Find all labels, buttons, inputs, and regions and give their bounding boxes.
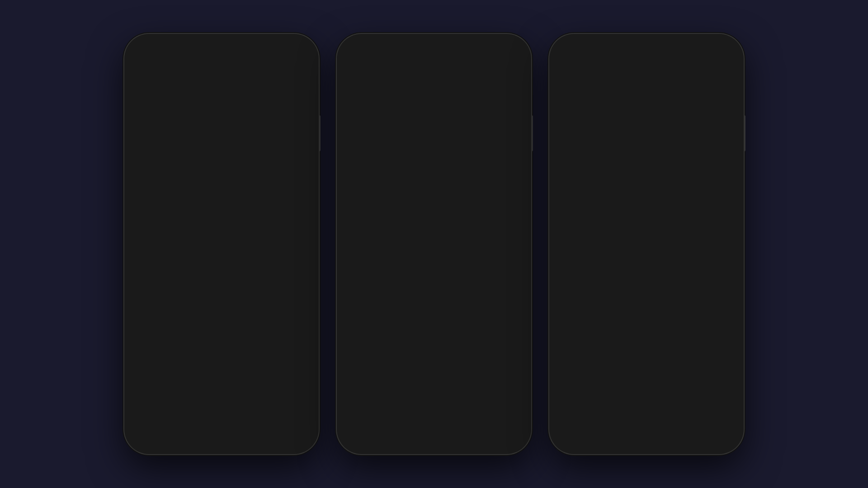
rapport-sub-0: 0. Courbe température <box>581 96 723 103</box>
tl-content-p3: ⏱ 13min 🔑 6min D 2154, Artenay 45410 <box>172 353 308 367</box>
date-start-val: mar., 30 nov. 2021 <box>568 168 620 175</box>
map-location-btn-2[interactable]: ◎ <box>504 106 522 124</box>
stat-dist-val-1: 3.02km <box>234 214 253 221</box>
main-content-1: 0 🚛 Lamberet - 🔑 🕐 16:18 ⏱ 0h <box>129 192 314 450</box>
tl-parking-icon-4: P <box>158 399 168 408</box>
map-pin-blue-1 <box>218 127 224 133</box>
tl-sub-p4: A 10, Poupry 28140 <box>172 406 308 413</box>
tab-info-2[interactable]: Info <box>349 84 432 97</box>
screen-body-2: ← Lamberet ··· Info Historique et d'acti… <box>341 58 527 450</box>
tl-time-p1 <box>135 262 153 263</box>
stat-dist-1: 〰 3.02km <box>226 214 253 221</box>
map-pin-2-2: 📍 <box>471 106 482 117</box>
highway-label-a5: A5 <box>250 120 258 125</box>
date-28nov[interactable]: 28 nov. <box>134 240 165 253</box>
chevron-up-2[interactable]: ∧ <box>514 209 520 219</box>
phone-2: 16:27 ▌▌▌ 4G ▓ ← Lamberet ··· Info Histo… <box>337 34 531 454</box>
app-header-2: ← Lamberet ··· <box>341 58 527 81</box>
tl-sub-p1: 📍 Rungis <box>172 269 308 276</box>
tl-time-d3: 13:10 <box>135 376 153 384</box>
stat-dur-2: ⏱ 0h 9min <box>401 214 430 221</box>
vehicle-card-1: 0 🚛 Lamberet - 🔑 🕐 16:18 ⏱ 0h <box>129 192 314 236</box>
tl-time-p4: 13:12 <box>135 399 153 406</box>
tab-historique-2[interactable]: Historique <box>436 84 519 97</box>
tl-row-driving-2: 11:18 🚛 ⏱ 1h 38min 〰 86km ⚡ 97km/h <box>129 326 314 348</box>
champs-title: Champs personnalisés <box>349 245 418 253</box>
periode-dots[interactable]: ··· <box>725 146 732 156</box>
tl-parking-icon-2: P <box>158 307 168 317</box>
battery-icon-3: ▓ <box>726 47 730 54</box>
orient-title: Orientation <box>577 227 732 235</box>
tl-time-d1: 08:46 <box>135 285 153 293</box>
chevron-up-1[interactable]: ∧ <box>302 209 308 219</box>
highway-2-2 <box>351 160 518 163</box>
nav-notifications[interactable]: 🔔 Notifications <box>646 418 693 437</box>
tab-historique-1[interactable]: Historique <box>223 84 307 97</box>
chevron-d2[interactable]: ∨ <box>302 331 308 341</box>
map-pin-2-4: 📍 <box>511 131 522 142</box>
exec-button[interactable]: Exécution <box>561 338 732 361</box>
tab-info-1[interactable]: Info <box>136 84 220 97</box>
timer-icon-2: ⏱ <box>401 214 408 221</box>
header-title-3: Rapports <box>628 65 664 75</box>
highway-d7: D7 <box>425 167 434 172</box>
highway-d647: D647 <box>412 149 425 154</box>
tab-bar-2: Info Historique <box>341 81 527 102</box>
map-layers-btn-2[interactable]: ⊕ <box>346 106 364 124</box>
tl-sub-p2: Rue Désir Prévost, Bondoufle 91070 <box>172 315 308 321</box>
dist-icon-d2: 〰 <box>212 331 218 338</box>
capteurs-title: Capteurs <box>349 266 376 273</box>
date-29nov[interactable]: 29 nov. <box>169 240 199 253</box>
status-bar-2: 16:27 ▌▌▌ 4G ▓ <box>341 38 527 58</box>
tl-wait-p3: 6min <box>212 353 225 360</box>
timer-icon-1: ⏱ <box>189 214 195 221</box>
date-1dec[interactable]: 1 déc. <box>237 240 264 253</box>
spd-icon-d3: ⚡ <box>233 376 241 383</box>
map-location-btn[interactable]: ◎ <box>292 106 310 124</box>
champs-header[interactable]: Champs personnalisés ∨ <box>341 239 527 259</box>
dur-icon-d3: ⏱ <box>175 376 181 383</box>
tl-content-d2: ⏱ 1h 38min 〰 86km ⚡ 97km/h <box>175 331 297 338</box>
vehicle-header-2: 0 🚛 Lamberet - 🔑 <box>348 197 520 212</box>
tl-dist-d3: 0.19km <box>210 376 230 383</box>
tl-main-p1: ⏱ 8h 51min <box>172 262 308 268</box>
nav-rapports[interactable]: 📊 Rapports <box>693 418 740 437</box>
google-logo-2: Google <box>345 185 361 190</box>
rapport-icon-1: 🚌 <box>561 116 575 127</box>
highway-label-a11: A11 <box>181 131 192 136</box>
nav-statuts[interactable]: ✈ Statuts <box>554 418 600 437</box>
map-layers-btn[interactable]: ⊕ <box>133 106 151 124</box>
status-bar-1: 16:28 ▌▌▌ 4G ▓ <box>129 38 314 58</box>
tl-spd-d3: 17km/h <box>244 376 264 383</box>
vehicle-stats-2: 🕐 16:18 ⏱ 0h 9min 〰 3.00km <box>372 214 520 221</box>
capteurs-header[interactable]: Capteurs ∧ <box>341 260 527 279</box>
tl-sub-p3: D 2154, Artenay 45410 <box>172 361 308 367</box>
time-end-val: 23:59 <box>631 189 646 197</box>
map-2[interactable]: et d'activité (ZA ZI) de... STEF Logisti… <box>341 102 527 192</box>
tl-row-driving-1: 08:46 🚛 ⏱ 2h 15min 〰 32km ⚡ 100km/h <box>129 281 314 303</box>
date-start-row[interactable]: mar., 30 nov. 2021 | 00:00 <box>561 162 732 180</box>
signal-bars-1: ▌▌▌ <box>276 47 289 54</box>
rapport-row-1[interactable]: 🚌 Unité › <box>554 109 739 134</box>
more-button-1[interactable]: ··· <box>297 65 307 75</box>
city-rungis: Rungis <box>132 169 146 174</box>
location-icon-p1: 📍 <box>172 269 179 276</box>
nav-carto[interactable]: 🗺 Carto <box>600 418 647 437</box>
date-end-row[interactable]: mar., 30 nov. 2021 | 23:59 <box>561 184 732 202</box>
date-30nov[interactable]: 30 nov. <box>203 240 233 253</box>
back-button-1[interactable]: ← <box>136 65 145 75</box>
tl-wait-p4: 1h 11min <box>220 399 244 405</box>
orientation-section: 🏷 Orientation Orientation Paysage <box>554 221 739 248</box>
truck-icon-1: 🚛 <box>140 200 150 210</box>
dist-icon-d1: 〰 <box>212 285 218 292</box>
city-niort: Centre Routier Niort <box>345 145 385 150</box>
rapport-row-0[interactable]: 📋 Modèle 0. Courbe température › <box>554 81 739 109</box>
notifications-icon: 🔔 <box>664 418 676 430</box>
stat-time-2: 🕐 16:18 <box>372 214 396 221</box>
tl-main-d2: ⏱ 1h 38min 〰 86km ⚡ 97km/h <box>175 331 297 338</box>
orient-icon: 🏷 <box>561 229 571 240</box>
map-1[interactable]: Chartres Parc nat. régional du Gâtinais … <box>129 102 314 192</box>
more-button-2[interactable]: ··· <box>509 65 519 75</box>
tl-parking-icon-1: P <box>158 262 168 272</box>
back-button-2[interactable]: ← <box>349 65 358 75</box>
